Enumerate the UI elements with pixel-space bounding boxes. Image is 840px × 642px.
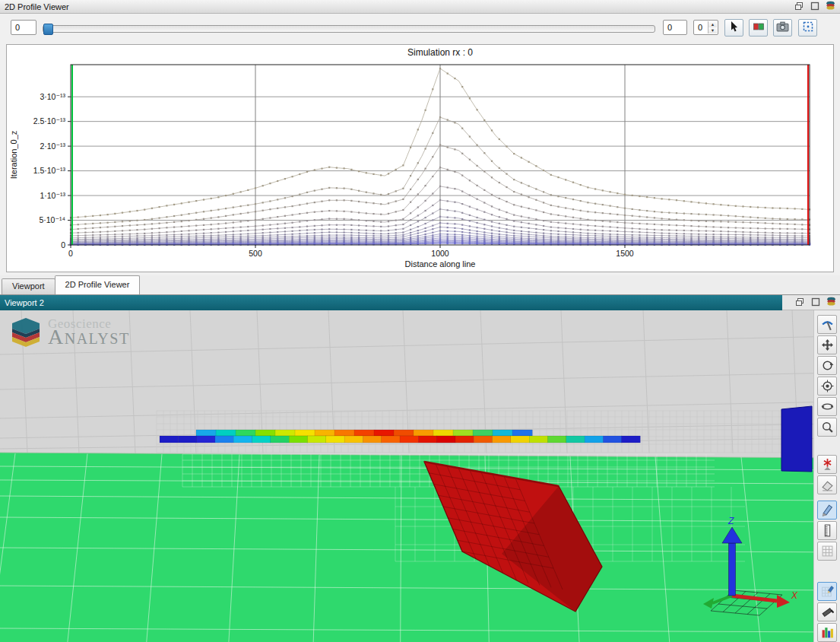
paint-tool-button[interactable] (817, 602, 837, 621)
profile-maximize-button[interactable] (807, 1, 822, 12)
zoom-fit-icon (802, 21, 814, 36)
center-tool-icon (821, 380, 834, 393)
panel-menu-icon (826, 0, 835, 14)
profile-panel-menu-button[interactable] (823, 1, 838, 12)
slice-tool-button[interactable] (817, 501, 837, 520)
svg-text:Iteration_0_z: Iteration_0_z (9, 131, 18, 180)
profile-index-value: 0 (15, 23, 20, 32)
svg-text:2.5·10⁻¹³: 2.5·10⁻¹³ (33, 116, 66, 126)
svg-text:1500: 1500 (616, 249, 634, 258)
profile-toolbar: 0 0 0 ▲▼ (0, 14, 840, 43)
svg-text:2·10⁻¹³: 2·10⁻¹³ (40, 141, 65, 151)
measure-tool-button[interactable] (817, 521, 837, 540)
viewport2-title: Viewport 2 (5, 298, 44, 307)
profile-chart-canvas[interactable]: 05·10⁻¹⁴1·10⁻¹³1.5·10⁻¹³2·10⁻¹³2.5·10⁻¹³… (7, 45, 833, 272)
grid-edit-tool-button[interactable] (817, 582, 837, 601)
annotate-tool-button[interactable] (817, 455, 837, 474)
viewport2-title-buttons (782, 295, 840, 310)
profile-step-value: 0 (698, 23, 702, 32)
tab-2d-profile-viewer[interactable]: 2D Profile Viewer (55, 275, 141, 294)
profile-float-button[interactable] (791, 1, 806, 12)
pick-tool-icon (821, 318, 834, 331)
profile-viewer-title: 2D Profile Viewer (2, 2, 790, 11)
viewport-3d-area: ZX Geoscience Analyst (0, 310, 840, 642)
svg-text:Simulation rx : 0: Simulation rx : 0 (407, 47, 473, 58)
profile-step-spinbox[interactable]: 0 ▲▼ (693, 20, 718, 35)
slice-tool-icon (821, 504, 834, 516)
camera-icon (776, 21, 789, 36)
float-icon (794, 0, 804, 14)
profile-position-spinbox[interactable]: 0 (663, 20, 687, 35)
spin-tool-icon (821, 400, 834, 413)
panel-menu-icon (826, 296, 836, 310)
clear-tool-icon (821, 478, 834, 491)
zoom-select-tool-button[interactable] (817, 418, 837, 437)
paint-tool-icon (821, 605, 834, 618)
colormap-tool-button[interactable] (817, 623, 837, 642)
pick-tool-button[interactable] (817, 315, 837, 334)
annotate-tool-icon (821, 458, 834, 471)
svg-text:1·10⁻¹³: 1·10⁻¹³ (40, 191, 65, 200)
viewport-panel-menu-button[interactable] (824, 297, 838, 308)
orbit-tool-icon (821, 359, 834, 372)
clear-tool-button[interactable] (817, 475, 837, 494)
svg-text:Distance along line: Distance along line (405, 259, 476, 269)
svg-text:500: 500 (249, 249, 262, 258)
svg-text:0: 0 (61, 240, 65, 249)
grid-tool-icon (821, 545, 834, 558)
svg-text:5·10⁻¹⁴: 5·10⁻¹⁴ (39, 215, 65, 224)
pan-tool-button[interactable] (817, 335, 837, 354)
dock-tabbar: Viewport 2D Profile Viewer (0, 275, 840, 295)
application-window: 2D Profile Viewer 0 0 0 ▲▼ (0, 0, 840, 642)
legend-colors-icon (753, 21, 765, 36)
axis-z-label: Z (727, 516, 734, 526)
legend-colors-button[interactable] (749, 19, 768, 37)
svg-text:3·10⁻¹³: 3·10⁻¹³ (40, 92, 65, 101)
cursor-icon (728, 21, 740, 36)
viewport-3d-canvas[interactable]: ZX (0, 310, 840, 642)
profile-position-value: 0 (667, 23, 672, 32)
axis-x-label: X (791, 590, 798, 601)
svg-text:0: 0 (68, 249, 73, 258)
center-tool-button[interactable] (817, 377, 837, 396)
profile-position-slider[interactable] (43, 24, 655, 33)
colormap-tool-icon (821, 626, 834, 639)
cursor-tool-button[interactable] (724, 19, 743, 37)
chart-frame: 05·10⁻¹⁴1·10⁻¹³1.5·10⁻¹³2·10⁻¹³2.5·10⁻¹³… (6, 44, 834, 272)
orbit-tool-button[interactable] (817, 356, 837, 375)
maximize-icon (811, 296, 820, 310)
viewport-tools-toolbar (813, 310, 840, 642)
screenshot-button[interactable] (773, 19, 792, 37)
viewport2-titlebar: Viewport 2 (0, 295, 840, 310)
slider-groove (43, 25, 655, 33)
slider-handle[interactable] (43, 24, 53, 35)
float-icon (795, 296, 804, 310)
grid-tool-button[interactable] (817, 542, 837, 561)
svg-text:1000: 1000 (431, 249, 449, 258)
zoom-fit-button[interactable] (798, 19, 817, 37)
svg-text:1.5·10⁻¹³: 1.5·10⁻¹³ (33, 166, 66, 175)
maximize-icon (810, 0, 819, 14)
spin-up-icon[interactable]: ▲ (708, 21, 717, 27)
viewport-float-button[interactable] (792, 297, 807, 308)
spin-down-icon[interactable]: ▼ (708, 27, 717, 33)
spin-tool-button[interactable] (817, 397, 837, 416)
viewport-maximize-button[interactable] (808, 297, 823, 308)
grid-edit-tool-icon (821, 585, 834, 598)
viewport2-title-area: Viewport 2 (0, 295, 782, 310)
measure-tool-icon (821, 524, 834, 537)
chart-panel: 05·10⁻¹⁴1·10⁻¹³1.5·10⁻¹³2·10⁻¹³2.5·10⁻¹³… (0, 43, 840, 275)
tab-viewport[interactable]: Viewport (2, 278, 55, 294)
profile-index-spinbox[interactable]: 0 (11, 20, 36, 35)
spinbox-arrows[interactable]: ▲▼ (708, 21, 717, 33)
pan-tool-icon (821, 338, 834, 351)
profile-viewer-titlebar: 2D Profile Viewer (0, 0, 840, 14)
zoom-select-tool-icon (821, 421, 834, 434)
